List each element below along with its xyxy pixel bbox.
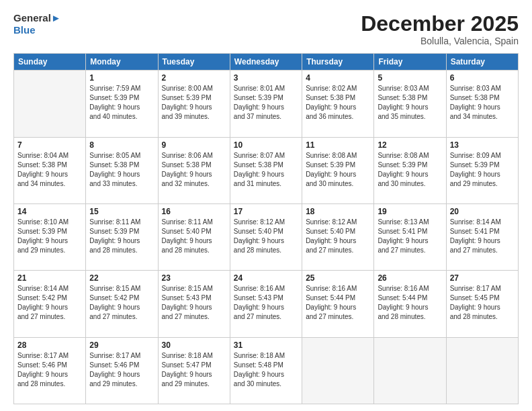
calendar-cell xyxy=(446,337,518,404)
day-number: 15 xyxy=(89,207,154,216)
day-number: 20 xyxy=(450,207,515,216)
calendar-cell: 13Sunrise: 8:09 AM Sunset: 5:39 PM Dayli… xyxy=(446,137,518,203)
calendar-cell: 20Sunrise: 8:14 AM Sunset: 5:41 PM Dayli… xyxy=(446,203,518,270)
calendar-cell: 8Sunrise: 8:05 AM Sunset: 5:38 PM Daylig… xyxy=(86,137,158,203)
day-number: 10 xyxy=(234,140,298,150)
calendar-cell: 15Sunrise: 8:11 AM Sunset: 5:39 PM Dayli… xyxy=(86,203,158,270)
calendar-cell: 4Sunrise: 8:02 AM Sunset: 5:38 PM Daylig… xyxy=(302,71,374,137)
day-info: Sunrise: 8:14 AM Sunset: 5:41 PM Dayligh… xyxy=(450,218,515,255)
day-info: Sunrise: 8:11 AM Sunset: 5:40 PM Dayligh… xyxy=(162,218,226,255)
day-info: Sunrise: 8:02 AM Sunset: 5:38 PM Dayligh… xyxy=(306,84,370,122)
day-number: 12 xyxy=(378,140,442,150)
calendar-cell: 1Sunrise: 7:59 AM Sunset: 5:39 PM Daylig… xyxy=(86,71,158,137)
calendar-cell: 27Sunrise: 8:17 AM Sunset: 5:45 PM Dayli… xyxy=(446,271,518,337)
day-info: Sunrise: 8:08 AM Sunset: 5:39 PM Dayligh… xyxy=(378,151,442,189)
calendar-cell: 25Sunrise: 8:16 AM Sunset: 5:44 PM Dayli… xyxy=(302,271,374,337)
day-number: 17 xyxy=(234,207,298,216)
calendar-cell: 14Sunrise: 8:10 AM Sunset: 5:39 PM Dayli… xyxy=(14,203,86,270)
day-info: Sunrise: 8:01 AM Sunset: 5:39 PM Dayligh… xyxy=(234,84,298,122)
day-info: Sunrise: 8:05 AM Sunset: 5:38 PM Dayligh… xyxy=(89,151,154,189)
day-number: 16 xyxy=(162,207,226,216)
calendar-cell: 23Sunrise: 8:15 AM Sunset: 5:43 PM Dayli… xyxy=(158,271,230,337)
day-info: Sunrise: 8:18 AM Sunset: 5:48 PM Dayligh… xyxy=(234,351,298,389)
calendar-cell: 19Sunrise: 8:13 AM Sunset: 5:41 PM Dayli… xyxy=(374,203,446,270)
calendar-cell: 10Sunrise: 8:07 AM Sunset: 5:38 PM Dayli… xyxy=(230,137,302,203)
day-number: 4 xyxy=(306,73,370,83)
calendar-cell: 29Sunrise: 8:17 AM Sunset: 5:46 PM Dayli… xyxy=(86,337,158,404)
day-info: Sunrise: 8:07 AM Sunset: 5:38 PM Dayligh… xyxy=(234,151,298,189)
day-number: 24 xyxy=(234,273,298,283)
location-subtitle: Bolulla, Valencia, Spain xyxy=(361,36,519,46)
calendar-cell: 2Sunrise: 8:00 AM Sunset: 5:39 PM Daylig… xyxy=(158,71,230,137)
day-number: 23 xyxy=(162,273,226,283)
calendar-cell: 9Sunrise: 8:06 AM Sunset: 5:38 PM Daylig… xyxy=(158,137,230,203)
calendar-cell: 16Sunrise: 8:11 AM Sunset: 5:40 PM Dayli… xyxy=(158,203,230,270)
day-info: Sunrise: 8:13 AM Sunset: 5:41 PM Dayligh… xyxy=(378,218,442,255)
calendar-cell xyxy=(374,337,446,404)
calendar-cell: 31Sunrise: 8:18 AM Sunset: 5:48 PM Dayli… xyxy=(230,337,302,404)
title-block: December 2025 Bolulla, Valencia, Spain xyxy=(361,12,519,46)
day-info: Sunrise: 8:04 AM Sunset: 5:38 PM Dayligh… xyxy=(17,151,82,189)
calendar-cell: 17Sunrise: 8:12 AM Sunset: 5:40 PM Dayli… xyxy=(230,203,302,270)
day-number: 21 xyxy=(17,273,82,283)
weekday-header-thursday: Thursday xyxy=(302,54,374,71)
day-number: 22 xyxy=(89,273,154,283)
calendar-cell: 7Sunrise: 8:04 AM Sunset: 5:38 PM Daylig… xyxy=(14,137,86,203)
calendar-cell: 30Sunrise: 8:18 AM Sunset: 5:47 PM Dayli… xyxy=(158,337,230,404)
weekday-header-sunday: Sunday xyxy=(14,54,86,71)
day-number: 19 xyxy=(378,207,442,216)
day-number: 27 xyxy=(450,273,515,283)
calendar-cell: 26Sunrise: 8:16 AM Sunset: 5:44 PM Dayli… xyxy=(374,271,446,337)
weekday-header-row: SundayMondayTuesdayWednesdayThursdayFrid… xyxy=(14,54,519,71)
calendar-cell xyxy=(302,337,374,404)
logo: General►Blue xyxy=(13,12,61,36)
day-number: 3 xyxy=(234,73,298,83)
calendar-week-1: 1Sunrise: 7:59 AM Sunset: 5:39 PM Daylig… xyxy=(14,71,519,137)
day-info: Sunrise: 8:03 AM Sunset: 5:38 PM Dayligh… xyxy=(450,84,515,122)
calendar-cell: 11Sunrise: 8:08 AM Sunset: 5:39 PM Dayli… xyxy=(302,137,374,203)
day-info: Sunrise: 8:11 AM Sunset: 5:39 PM Dayligh… xyxy=(89,218,154,255)
calendar-cell: 5Sunrise: 8:03 AM Sunset: 5:38 PM Daylig… xyxy=(374,71,446,137)
day-info: Sunrise: 7:59 AM Sunset: 5:39 PM Dayligh… xyxy=(89,84,154,122)
day-info: Sunrise: 8:17 AM Sunset: 5:45 PM Dayligh… xyxy=(450,284,515,322)
calendar-cell: 22Sunrise: 8:15 AM Sunset: 5:42 PM Dayli… xyxy=(86,271,158,337)
weekday-header-friday: Friday xyxy=(374,54,446,71)
header: General►Blue December 2025 Bolulla, Vale… xyxy=(13,12,519,46)
calendar-cell: 6Sunrise: 8:03 AM Sunset: 5:38 PM Daylig… xyxy=(446,71,518,137)
day-info: Sunrise: 8:15 AM Sunset: 5:43 PM Dayligh… xyxy=(162,284,226,322)
calendar-cell xyxy=(14,71,86,137)
day-number: 9 xyxy=(162,140,226,150)
day-info: Sunrise: 8:00 AM Sunset: 5:39 PM Dayligh… xyxy=(162,84,226,122)
calendar-cell: 24Sunrise: 8:16 AM Sunset: 5:43 PM Dayli… xyxy=(230,271,302,337)
day-number: 26 xyxy=(378,273,442,283)
calendar-body: 1Sunrise: 7:59 AM Sunset: 5:39 PM Daylig… xyxy=(14,71,519,404)
day-info: Sunrise: 8:14 AM Sunset: 5:42 PM Dayligh… xyxy=(17,284,82,322)
calendar-table: SundayMondayTuesdayWednesdayThursdayFrid… xyxy=(13,53,519,404)
weekday-header-wednesday: Wednesday xyxy=(230,54,302,71)
day-info: Sunrise: 8:12 AM Sunset: 5:40 PM Dayligh… xyxy=(306,218,370,255)
calendar-cell: 18Sunrise: 8:12 AM Sunset: 5:40 PM Dayli… xyxy=(302,203,374,270)
day-info: Sunrise: 8:08 AM Sunset: 5:39 PM Dayligh… xyxy=(306,151,370,189)
calendar-week-5: 28Sunrise: 8:17 AM Sunset: 5:46 PM Dayli… xyxy=(14,337,519,404)
day-number: 11 xyxy=(306,140,370,150)
day-info: Sunrise: 8:15 AM Sunset: 5:42 PM Dayligh… xyxy=(89,284,154,322)
day-info: Sunrise: 8:06 AM Sunset: 5:38 PM Dayligh… xyxy=(162,151,226,189)
day-number: 5 xyxy=(378,73,442,83)
calendar-week-3: 14Sunrise: 8:10 AM Sunset: 5:39 PM Dayli… xyxy=(14,203,519,270)
day-number: 1 xyxy=(89,73,154,83)
day-number: 29 xyxy=(89,340,154,350)
calendar-cell: 12Sunrise: 8:08 AM Sunset: 5:39 PM Dayli… xyxy=(374,137,446,203)
day-info: Sunrise: 8:09 AM Sunset: 5:39 PM Dayligh… xyxy=(450,151,515,189)
day-info: Sunrise: 8:03 AM Sunset: 5:38 PM Dayligh… xyxy=(378,84,442,122)
day-info: Sunrise: 8:10 AM Sunset: 5:39 PM Dayligh… xyxy=(17,218,82,255)
weekday-header-monday: Monday xyxy=(86,54,158,71)
calendar-week-4: 21Sunrise: 8:14 AM Sunset: 5:42 PM Dayli… xyxy=(14,271,519,337)
day-info: Sunrise: 8:16 AM Sunset: 5:44 PM Dayligh… xyxy=(306,284,370,322)
calendar-cell: 28Sunrise: 8:17 AM Sunset: 5:46 PM Dayli… xyxy=(14,337,86,404)
calendar-cell: 21Sunrise: 8:14 AM Sunset: 5:42 PM Dayli… xyxy=(14,271,86,337)
day-info: Sunrise: 8:16 AM Sunset: 5:44 PM Dayligh… xyxy=(378,284,442,322)
page: General►Blue December 2025 Bolulla, Vale… xyxy=(0,0,532,411)
day-number: 28 xyxy=(17,340,82,350)
day-number: 25 xyxy=(306,273,370,283)
weekday-header-saturday: Saturday xyxy=(446,54,518,71)
